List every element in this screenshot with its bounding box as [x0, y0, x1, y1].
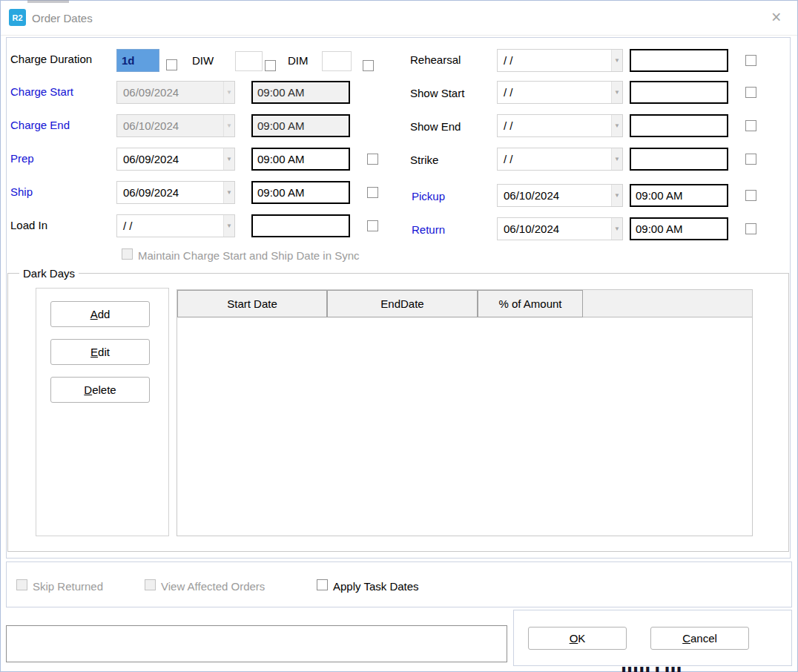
strike-date[interactable]: / / ▼: [497, 148, 623, 171]
pickup-date-dropdown-icon[interactable]: ▼: [611, 185, 622, 206]
show-start-checkbox[interactable]: [745, 87, 756, 98]
delete-button[interactable]: Delete: [50, 377, 150, 403]
load-in-date-value: / /: [117, 215, 223, 237]
clipped-window-bottom-artifact: ▮▮▮▮▮ ▮ ▮▮▮: [621, 666, 748, 672]
diw-input[interactable]: [235, 51, 263, 71]
show-start-time[interactable]: [630, 81, 728, 104]
show-start-date-value: / /: [498, 82, 611, 103]
rehearsal-date[interactable]: / / ▼: [497, 49, 623, 72]
window-title: Order Dates: [32, 12, 93, 24]
charge-start-label: Charge Start: [10, 85, 73, 98]
dark-days-legend: Dark Days: [19, 267, 79, 280]
app-logo: R2: [9, 9, 26, 26]
skip-returned-label: Skip Returned: [33, 580, 103, 593]
view-affected-orders-label: View Affected Orders: [161, 580, 265, 593]
sync-checkbox[interactable]: [122, 248, 133, 260]
charge-end-date[interactable]: 06/10/2024 ▼: [116, 114, 235, 137]
load-in-date-dropdown-icon[interactable]: ▼: [223, 215, 234, 237]
delete-button-label: Delete: [84, 383, 116, 396]
titlebar-divider: [1, 35, 797, 36]
cancel-button-label: Cancel: [682, 632, 717, 645]
return-date[interactable]: 06/10/2024 ▼: [497, 217, 623, 240]
charge-duration-label: Charge Duration: [10, 53, 92, 65]
close-icon[interactable]: ×: [771, 7, 781, 27]
pickup-label: Pickup: [412, 190, 445, 202]
return-date-dropdown-icon[interactable]: ▼: [611, 218, 622, 240]
charge-end-date-value: 06/10/2024: [117, 115, 223, 136]
pickup-time[interactable]: 09:00 AM: [630, 184, 728, 207]
diw-checkbox[interactable]: [265, 60, 276, 71]
diw-label: DIW: [192, 54, 214, 67]
show-end-time[interactable]: [630, 114, 728, 137]
charge-start-date-value: 06/09/2024: [117, 82, 223, 103]
clipped-window-top-artifact: [27, 0, 69, 3]
charge-start-date-dropdown-icon[interactable]: ▼: [223, 82, 234, 103]
return-label: Return: [412, 223, 445, 236]
rehearsal-label: Rehearsal: [410, 53, 461, 66]
prep-checkbox[interactable]: [367, 154, 378, 165]
note-box[interactable]: [6, 625, 507, 662]
prep-date-dropdown-icon[interactable]: ▼: [223, 148, 234, 170]
show-end-date[interactable]: / / ▼: [497, 114, 623, 137]
charge-start-time[interactable]: 09:00 AM: [251, 81, 350, 104]
column-header-pct-of-amount[interactable]: % of Amount: [478, 290, 583, 317]
charge-start-date[interactable]: 06/09/2024 ▼: [116, 81, 235, 104]
show-start-date[interactable]: / / ▼: [497, 81, 623, 104]
prep-label: Prep: [10, 152, 34, 165]
return-date-value: 06/10/2024: [498, 218, 611, 240]
edit-button[interactable]: Edit: [50, 339, 150, 365]
rehearsal-date-dropdown-icon[interactable]: ▼: [611, 50, 622, 71]
cancel-button[interactable]: Cancel: [650, 627, 749, 650]
rehearsal-checkbox[interactable]: [745, 55, 756, 66]
charge-end-date-dropdown-icon[interactable]: ▼: [223, 115, 234, 136]
edit-button-label: Edit: [90, 346, 110, 358]
show-end-checkbox[interactable]: [745, 120, 756, 131]
charge-duration-input[interactable]: 1d: [116, 49, 159, 72]
pickup-date[interactable]: 06/10/2024 ▼: [497, 184, 623, 207]
load-in-checkbox[interactable]: [367, 220, 378, 231]
show-start-date-dropdown-icon[interactable]: ▼: [611, 82, 622, 103]
show-end-label: Show End: [410, 120, 461, 133]
view-affected-orders-checkbox[interactable]: [145, 579, 156, 590]
dim-checkbox[interactable]: [363, 60, 374, 71]
ship-date-dropdown-icon[interactable]: ▼: [223, 182, 234, 203]
sync-label: Maintain Charge Start and Ship Date in S…: [138, 249, 360, 262]
ship-label: Ship: [10, 185, 33, 198]
rehearsal-date-value: / /: [498, 50, 611, 71]
ship-date-value: 06/09/2024: [117, 182, 223, 203]
show-end-date-dropdown-icon[interactable]: ▼: [611, 115, 622, 136]
add-button-label: Add: [90, 308, 111, 320]
load-in-time[interactable]: [251, 214, 350, 237]
skip-returned-checkbox[interactable]: [16, 579, 27, 590]
add-button[interactable]: Add: [50, 301, 150, 327]
ok-button-label: OK: [570, 632, 586, 645]
apply-task-dates-checkbox[interactable]: [317, 579, 328, 590]
prep-date-value: 06/09/2024: [117, 148, 223, 170]
pickup-date-value: 06/10/2024: [498, 185, 611, 206]
charge-duration-checkbox[interactable]: [166, 59, 177, 70]
strike-checkbox[interactable]: [745, 154, 756, 165]
show-end-date-value: / /: [498, 115, 611, 136]
return-checkbox[interactable]: [745, 223, 756, 234]
charge-duration-value: 1d: [117, 50, 159, 71]
dark-days-table: Start Date EndDate % of Amount: [177, 289, 753, 536]
strike-date-dropdown-icon[interactable]: ▼: [611, 148, 622, 170]
load-in-date[interactable]: / / ▼: [116, 214, 235, 237]
pickup-checkbox[interactable]: [745, 190, 756, 201]
charge-end-time[interactable]: 09:00 AM: [251, 114, 350, 137]
ship-date[interactable]: 06/09/2024 ▼: [116, 181, 235, 204]
return-time[interactable]: 09:00 AM: [630, 217, 728, 240]
apply-task-dates-label: Apply Task Dates: [333, 580, 419, 593]
ship-time[interactable]: 09:00 AM: [251, 181, 350, 204]
column-header-end-date[interactable]: EndDate: [327, 290, 478, 317]
dim-input[interactable]: [322, 51, 352, 71]
prep-time[interactable]: 09:00 AM: [251, 148, 350, 171]
charge-end-label: Charge End: [10, 119, 70, 131]
ok-button[interactable]: OK: [528, 627, 627, 650]
ship-checkbox[interactable]: [367, 187, 378, 198]
column-header-start-date[interactable]: Start Date: [177, 290, 327, 317]
dim-label: DIM: [288, 54, 309, 67]
strike-time[interactable]: [630, 148, 728, 171]
rehearsal-time[interactable]: [630, 49, 728, 72]
prep-date[interactable]: 06/09/2024 ▼: [116, 148, 235, 171]
